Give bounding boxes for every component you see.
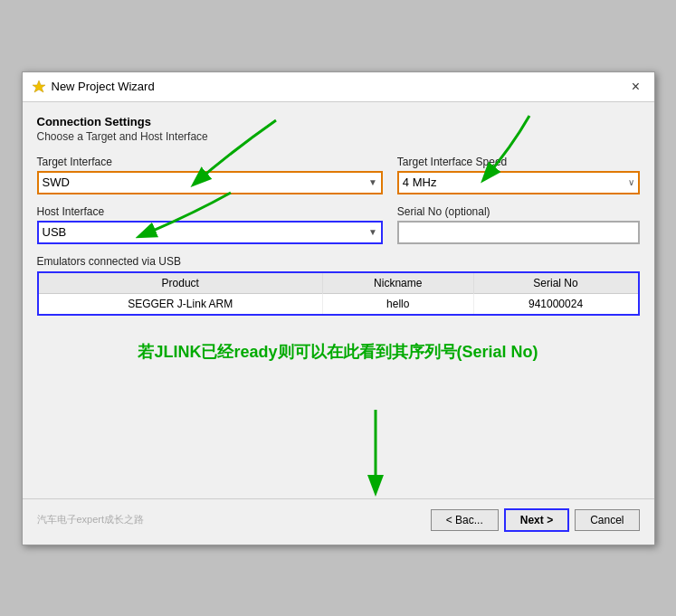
dialog-content: Connection Settings Choose a Target and …	[23, 102, 654, 498]
target-interface-group: Target Interface ▼	[37, 156, 383, 194]
target-speed-dropdown-arrow[interactable]: ∨	[624, 177, 638, 187]
serial-no-input-wrapper[interactable]	[397, 221, 640, 244]
emulators-table: Product Nickname Serial No SEGGER J-Link…	[39, 273, 638, 314]
annotation-area: 若JLINK已经ready则可以在此看到其序列号(Serial No)	[37, 323, 640, 486]
host-interface-input-wrapper[interactable]: ▼	[37, 221, 383, 244]
svg-marker-0	[33, 81, 45, 92]
dialog-title: New Project Wizard	[52, 80, 155, 93]
host-interface-dropdown-arrow[interactable]: ▼	[365, 227, 381, 237]
col-product: Product	[39, 273, 323, 294]
title-bar: New Project Wizard ×	[23, 72, 654, 102]
form-row-1: Target Interface ▼ Target Interface Spee…	[37, 156, 640, 194]
target-speed-input-wrapper[interactable]: ∨	[397, 171, 640, 194]
target-interface-label: Target Interface	[37, 156, 383, 168]
cancel-button[interactable]: Cancel	[575, 509, 639, 531]
table-row[interactable]: SEGGER J-Link ARM hello 941000024	[39, 293, 638, 314]
col-serial-no: Serial No	[473, 273, 637, 294]
target-interface-input-wrapper[interactable]: ▼	[37, 171, 383, 194]
wizard-icon	[32, 80, 46, 94]
new-project-wizard-dialog: New Project Wizard × Connection Settings…	[22, 71, 655, 545]
emulators-table-header-row: Product Nickname Serial No	[39, 273, 638, 294]
host-interface-group: Host Interface ▼	[37, 205, 383, 244]
footer-watermark: 汽车电子expert成长之路	[37, 513, 425, 526]
annotation-text: 若JLINK已经ready则可以在此看到其序列号(Serial No)	[37, 341, 640, 363]
serial-no-label: Serial No (optional)	[397, 205, 640, 218]
serial-no-input[interactable]	[399, 223, 638, 242]
title-bar-left: New Project Wizard	[32, 80, 155, 94]
cell-product: SEGGER J-Link ARM	[39, 293, 323, 314]
emulators-label: Emulators connected via USB	[37, 255, 640, 268]
target-speed-group: Target Interface Speed ∨	[397, 156, 640, 194]
next-button[interactable]: Next >	[504, 508, 569, 532]
form-row-2: Host Interface ▼ Serial No (optional)	[37, 205, 640, 244]
host-interface-input[interactable]	[39, 223, 365, 242]
cell-nickname: hello	[322, 293, 473, 314]
section-subtitle: Choose a Target and Host Interface	[37, 130, 640, 143]
target-speed-label: Target Interface Speed	[397, 156, 640, 168]
target-interface-dropdown-arrow[interactable]: ▼	[365, 177, 381, 187]
col-nickname: Nickname	[322, 273, 473, 294]
close-button[interactable]: ×	[627, 78, 645, 96]
emulators-section: Emulators connected via USB Product Nick…	[37, 255, 640, 316]
target-interface-input[interactable]	[39, 173, 365, 193]
cell-serial-no: 941000024	[473, 293, 637, 314]
serial-no-group: Serial No (optional)	[397, 205, 640, 244]
back-button[interactable]: < Bac...	[431, 509, 499, 531]
section-title: Connection Settings	[37, 115, 640, 128]
emulators-table-container: Product Nickname Serial No SEGGER J-Link…	[37, 271, 640, 316]
target-speed-input[interactable]	[399, 173, 624, 193]
host-interface-label: Host Interface	[37, 205, 383, 218]
dialog-footer: 汽车电子expert成长之路 < Bac... Next > Cancel	[23, 498, 654, 545]
